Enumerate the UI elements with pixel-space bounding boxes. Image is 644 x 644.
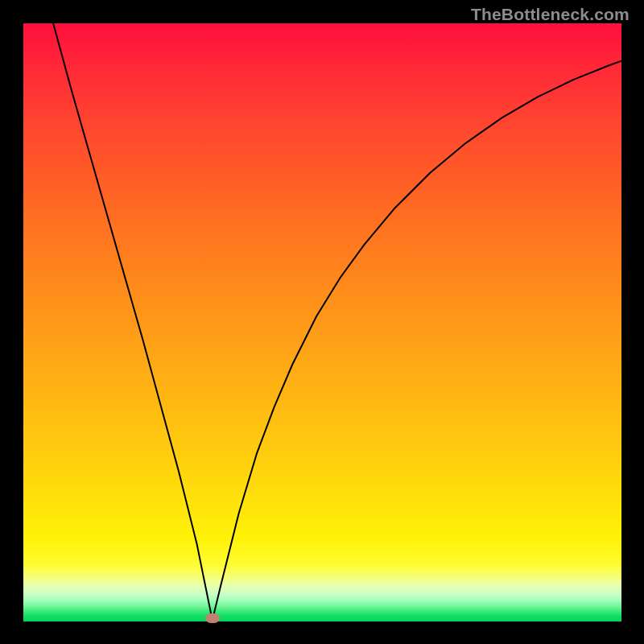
watermark-text: TheBottleneck.com <box>471 5 630 24</box>
chart-frame: TheBottleneck.com <box>0 0 644 644</box>
plot-area <box>23 23 621 621</box>
min-marker <box>205 613 220 623</box>
